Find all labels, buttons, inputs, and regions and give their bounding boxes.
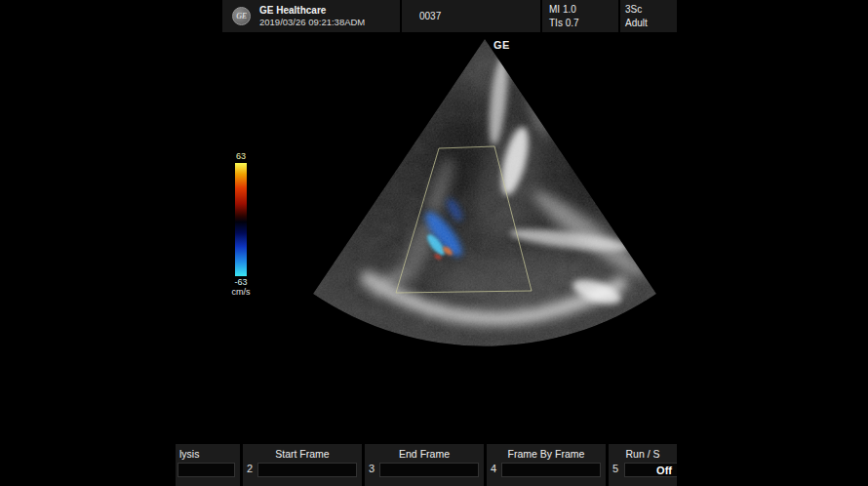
ultrasound-image: [0, 0, 868, 486]
softkey-label: Start Frame: [243, 448, 362, 460]
softkey-value-box[interactable]: [257, 463, 357, 477]
orientation-label: GE: [493, 39, 510, 51]
softkey-start-frame[interactable]: 2 Start Frame: [243, 444, 362, 486]
softkey-value-box[interactable]: [501, 463, 601, 477]
softkey-run-stop[interactable]: 5 Run / S Off: [609, 444, 677, 486]
softkey-analysis[interactable]: lysis: [176, 444, 240, 486]
softkey-number: 4: [491, 463, 496, 474]
softkey-value-box[interactable]: Off: [624, 463, 677, 477]
ultrasound-screen: GE GE Healthcare 2019/03/26 09:21:38ADM …: [0, 0, 868, 486]
softkey-value-box[interactable]: [379, 463, 479, 477]
softkey-label: Run / S: [609, 448, 677, 460]
softkey-label: End Frame: [365, 448, 484, 460]
softkey-bar: lysis 2 Start Frame 3 End Frame 4 Frame …: [176, 444, 677, 486]
velocity-max-label: 63: [227, 151, 255, 161]
softkey-end-frame[interactable]: 3 End Frame: [365, 444, 484, 486]
velocity-min-label: -63: [227, 277, 255, 287]
color-velocity-scale: 63 -63 cm/s: [227, 151, 255, 297]
velocity-unit-label: cm/s: [227, 287, 255, 297]
echo-sector: [302, 34, 673, 356]
softkey-number: 3: [369, 463, 375, 474]
softkey-frame-by-frame[interactable]: 4 Frame By Frame: [487, 444, 606, 486]
softkey-label: lysis: [176, 448, 240, 460]
softkey-label: Frame By Frame: [487, 448, 606, 460]
softkey-value-box[interactable]: [178, 463, 235, 477]
softkey-number: 5: [612, 463, 618, 474]
softkey-number: 2: [247, 463, 253, 474]
color-gradient-bar: [235, 163, 247, 276]
softkey-value: Off: [656, 465, 672, 476]
